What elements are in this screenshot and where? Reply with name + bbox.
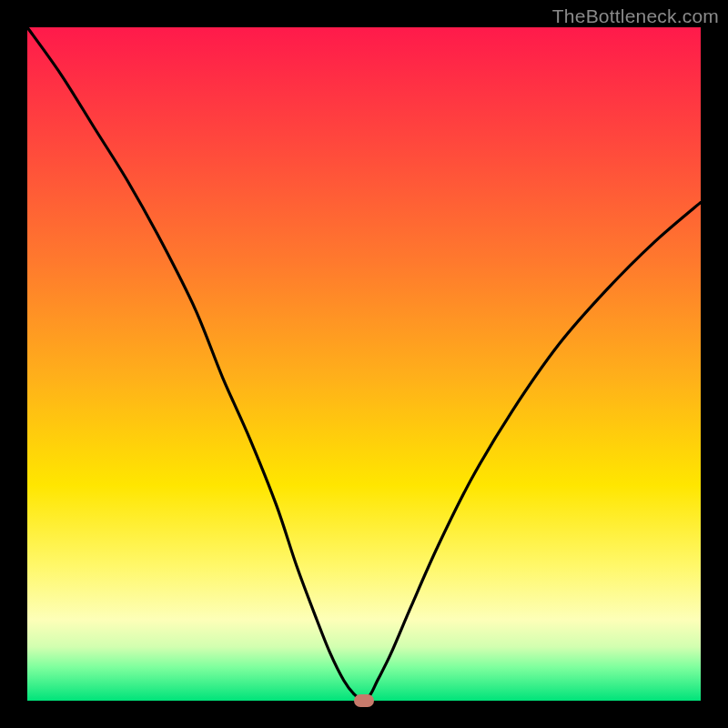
chart-plot-area [27, 27, 701, 701]
bottleneck-curve [27, 27, 701, 701]
chart-frame: TheBottleneck.com [0, 0, 728, 728]
bottleneck-marker [354, 694, 374, 707]
watermark-text: TheBottleneck.com [552, 5, 719, 27]
